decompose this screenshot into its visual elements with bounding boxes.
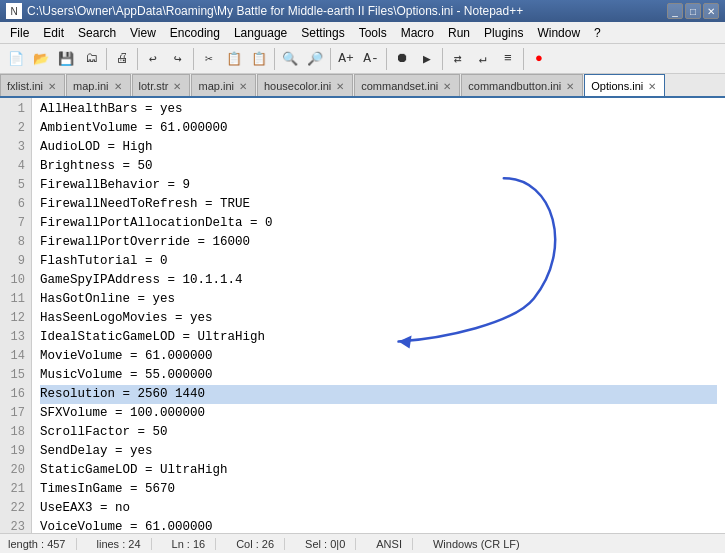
line-number-17: 17 — [6, 404, 25, 423]
line-number-4: 4 — [6, 157, 25, 176]
tab-close-lotr[interactable]: ✕ — [171, 80, 183, 92]
zoom-in-button[interactable]: A+ — [334, 47, 358, 71]
tab-close-options[interactable]: ✕ — [646, 80, 658, 92]
code-line-10[interactable]: GameSpyIPAddress = 10.1.1.4 — [40, 271, 717, 290]
tab-housecolor[interactable]: housecolor.ini✕ — [257, 74, 353, 96]
line-number-20: 20 — [6, 461, 25, 480]
line-number-8: 8 — [6, 233, 25, 252]
status-bar: length : 457 lines : 24 Ln : 16 Col : 26… — [0, 533, 725, 553]
minimize-button[interactable]: _ — [667, 3, 683, 19]
code-line-5[interactable]: FirewallBehavior = 9 — [40, 176, 717, 195]
new-button[interactable]: 📄 — [4, 47, 28, 71]
line-number-14: 14 — [6, 347, 25, 366]
code-area[interactable]: AllHealthBars = yesAmbientVolume = 61.00… — [32, 98, 725, 533]
code-line-17[interactable]: SFXVolume = 100.000000 — [40, 404, 717, 423]
tab-label-fxlist: fxlist.ini — [7, 80, 43, 92]
line-number-2: 2 — [6, 119, 25, 138]
macro-button[interactable]: ⏺ — [390, 47, 414, 71]
toolbar-sep-4 — [274, 48, 275, 70]
menu-item-run[interactable]: Run — [442, 24, 476, 42]
menu-item-view[interactable]: View — [124, 24, 162, 42]
maximize-button[interactable]: □ — [685, 3, 701, 19]
tab-fxlist[interactable]: fxlist.ini✕ — [0, 74, 65, 96]
tab-commandset[interactable]: commandset.ini✕ — [354, 74, 460, 96]
paste-button[interactable]: 📋 — [247, 47, 271, 71]
zoom-out-button[interactable]: A- — [359, 47, 383, 71]
cut-button[interactable]: ✂ — [197, 47, 221, 71]
tab-close-map1[interactable]: ✕ — [112, 80, 124, 92]
close-button[interactable]: ✕ — [703, 3, 719, 19]
code-line-4[interactable]: Brightness = 50 — [40, 157, 717, 176]
menu-item-?[interactable]: ? — [588, 24, 607, 42]
menu-item-plugins[interactable]: Plugins — [478, 24, 529, 42]
menu-item-language[interactable]: Language — [228, 24, 293, 42]
line-number-18: 18 — [6, 423, 25, 442]
tab-close-commandbutton[interactable]: ✕ — [564, 80, 576, 92]
tab-label-options: Options.ini — [591, 80, 643, 92]
tab-close-commandset[interactable]: ✕ — [441, 80, 453, 92]
save-button[interactable]: 💾 — [54, 47, 78, 71]
code-line-19[interactable]: SendDelay = yes — [40, 442, 717, 461]
menu-item-window[interactable]: Window — [531, 24, 586, 42]
menu-item-search[interactable]: Search — [72, 24, 122, 42]
tab-close-fxlist[interactable]: ✕ — [46, 80, 58, 92]
run-macro-button[interactable]: ▶ — [415, 47, 439, 71]
tab-options[interactable]: Options.ini✕ — [584, 74, 665, 96]
toolbar: 📄 📂 💾 🗂 🖨 ↩ ↪ ✂ 📋 📋 🔍 🔎 A+ A- ⏺ ▶ ⇄ ↵ ≡ … — [0, 44, 725, 74]
menu-item-edit[interactable]: Edit — [37, 24, 70, 42]
code-line-9[interactable]: FlashTutorial = 0 — [40, 252, 717, 271]
title-bar: N C:\Users\Owner\AppData\Roaming\My Batt… — [0, 0, 725, 22]
status-sel: Sel : 0|0 — [305, 538, 356, 550]
print-button[interactable]: 🖨 — [110, 47, 134, 71]
redo-button[interactable]: ↪ — [166, 47, 190, 71]
code-line-20[interactable]: StaticGameLOD = UltraHigh — [40, 461, 717, 480]
indent-button[interactable]: ≡ — [496, 47, 520, 71]
code-line-23[interactable]: VoiceVolume = 61.000000 — [40, 518, 717, 533]
status-lines: lines : 24 — [97, 538, 152, 550]
tab-map2[interactable]: map.ini✕ — [191, 74, 255, 96]
undo-button[interactable]: ↩ — [141, 47, 165, 71]
menu-item-file[interactable]: File — [4, 24, 35, 42]
window-controls[interactable]: _ □ ✕ — [667, 3, 719, 19]
code-line-2[interactable]: AmbientVolume = 61.000000 — [40, 119, 717, 138]
code-line-8[interactable]: FirewallPortOverride = 16000 — [40, 233, 717, 252]
tab-commandbutton[interactable]: commandbutton.ini✕ — [461, 74, 583, 96]
code-line-1[interactable]: AllHealthBars = yes — [40, 100, 717, 119]
find-button[interactable]: 🔍 — [278, 47, 302, 71]
status-encoding: ANSI — [376, 538, 413, 550]
code-line-16[interactable]: Resolution = 2560 1440 — [40, 385, 717, 404]
toolbar-sep-1 — [106, 48, 107, 70]
wrap-button[interactable]: ↵ — [471, 47, 495, 71]
menu-item-encoding[interactable]: Encoding — [164, 24, 226, 42]
code-line-22[interactable]: UseEAX3 = no — [40, 499, 717, 518]
code-line-15[interactable]: MusicVolume = 55.000000 — [40, 366, 717, 385]
status-length: length : 457 — [8, 538, 77, 550]
code-line-18[interactable]: ScrollFactor = 50 — [40, 423, 717, 442]
code-line-11[interactable]: HasGotOnline = yes — [40, 290, 717, 309]
status-col: Col : 26 — [236, 538, 285, 550]
menu-item-settings[interactable]: Settings — [295, 24, 350, 42]
menu-item-tools[interactable]: Tools — [353, 24, 393, 42]
record-button[interactable]: ● — [527, 47, 551, 71]
line-number-5: 5 — [6, 176, 25, 195]
save-all-button[interactable]: 🗂 — [79, 47, 103, 71]
code-line-6[interactable]: FirewallNeedToRefresh = TRUE — [40, 195, 717, 214]
tab-map1[interactable]: map.ini✕ — [66, 74, 130, 96]
code-line-7[interactable]: FirewallPortAllocationDelta = 0 — [40, 214, 717, 233]
sync-button[interactable]: ⇄ — [446, 47, 470, 71]
code-line-21[interactable]: TimesInGame = 5670 — [40, 480, 717, 499]
code-line-3[interactable]: AudioLOD = High — [40, 138, 717, 157]
tab-close-map2[interactable]: ✕ — [237, 80, 249, 92]
line-number-21: 21 — [6, 480, 25, 499]
tab-lotr[interactable]: lotr.str✕ — [132, 74, 191, 96]
code-line-12[interactable]: HasSeenLogoMovies = yes — [40, 309, 717, 328]
copy-button[interactable]: 📋 — [222, 47, 246, 71]
find-next-button[interactable]: 🔎 — [303, 47, 327, 71]
code-line-14[interactable]: MovieVolume = 61.000000 — [40, 347, 717, 366]
tab-label-commandbutton: commandbutton.ini — [468, 80, 561, 92]
open-button[interactable]: 📂 — [29, 47, 53, 71]
tab-close-housecolor[interactable]: ✕ — [334, 80, 346, 92]
code-line-13[interactable]: IdealStaticGameLOD = UltraHigh — [40, 328, 717, 347]
line-numbers: 123456789101112131415161718192021222324 — [0, 98, 32, 533]
menu-item-macro[interactable]: Macro — [395, 24, 440, 42]
